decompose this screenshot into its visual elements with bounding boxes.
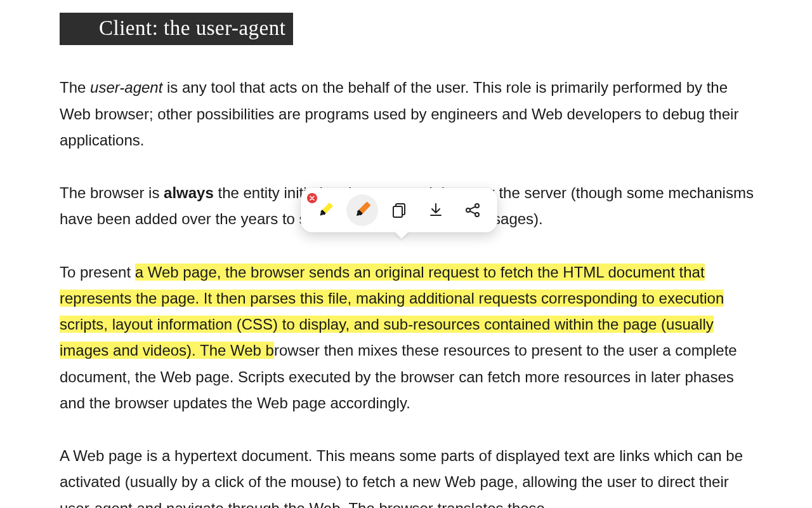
orange-highlighter-button[interactable] bbox=[346, 194, 378, 226]
svg-point-8 bbox=[475, 204, 479, 208]
yellow-highlighter-button[interactable] bbox=[310, 194, 341, 226]
highlight-toolbar bbox=[301, 188, 497, 232]
paragraph-3: To present a Web page, the browser sends… bbox=[60, 259, 755, 417]
emphasis-user-agent: user-agent bbox=[90, 79, 162, 96]
svg-point-10 bbox=[475, 213, 479, 217]
bold-always: always bbox=[164, 184, 214, 201]
text: The bbox=[60, 79, 90, 96]
share-icon bbox=[464, 201, 481, 219]
text: To present bbox=[60, 264, 135, 281]
text: The browser is bbox=[60, 184, 164, 201]
highlighter-icon bbox=[351, 199, 373, 221]
section-heading: Client: the user-agent bbox=[60, 13, 293, 45]
document-page: Client: the user-agent The user-agent is… bbox=[0, 0, 812, 508]
copy-button[interactable] bbox=[383, 194, 415, 226]
paragraph-4: A Web page is a hypertext document. This… bbox=[60, 443, 755, 508]
download-button[interactable] bbox=[420, 194, 452, 226]
paragraph-1: The user-agent is any tool that acts on … bbox=[60, 74, 755, 153]
remove-highlight-badge[interactable] bbox=[307, 193, 317, 203]
svg-point-9 bbox=[466, 208, 470, 212]
copy-icon bbox=[390, 201, 408, 219]
download-icon bbox=[427, 201, 445, 219]
share-button[interactable] bbox=[457, 194, 488, 226]
highlighter-icon bbox=[315, 200, 336, 220]
svg-rect-7 bbox=[393, 206, 402, 217]
close-icon bbox=[310, 196, 315, 201]
